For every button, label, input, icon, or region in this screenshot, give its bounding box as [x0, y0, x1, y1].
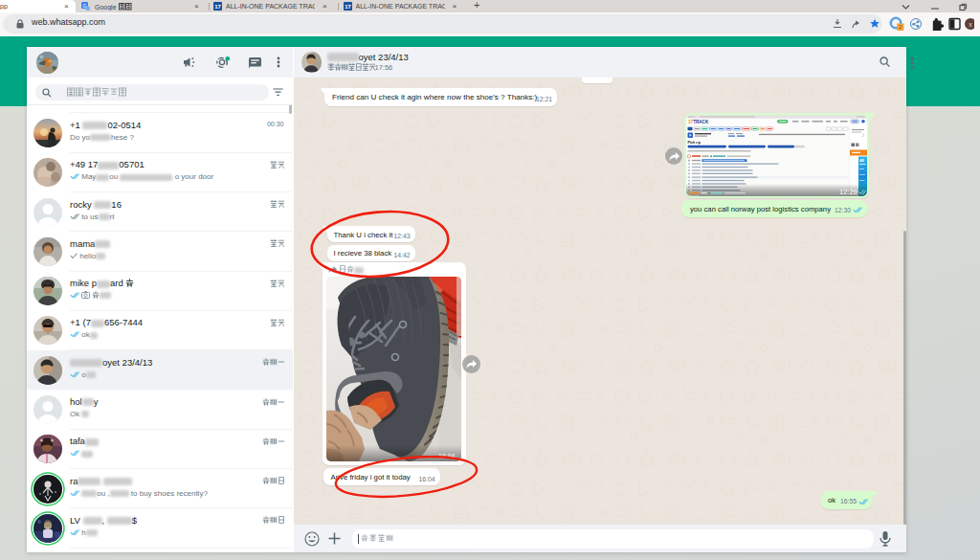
svg-text:17: 17 [345, 4, 351, 10]
svg-text:x: x [969, 21, 972, 28]
svg-text:Pick up: Pick up [688, 140, 702, 144]
svg-text:12:29: 12:29 [839, 188, 858, 196]
svg-text:17: 17 [214, 4, 221, 10]
svg-text:17TRACK: 17TRACK [688, 120, 709, 124]
svg-text:AE: AE [859, 159, 865, 163]
